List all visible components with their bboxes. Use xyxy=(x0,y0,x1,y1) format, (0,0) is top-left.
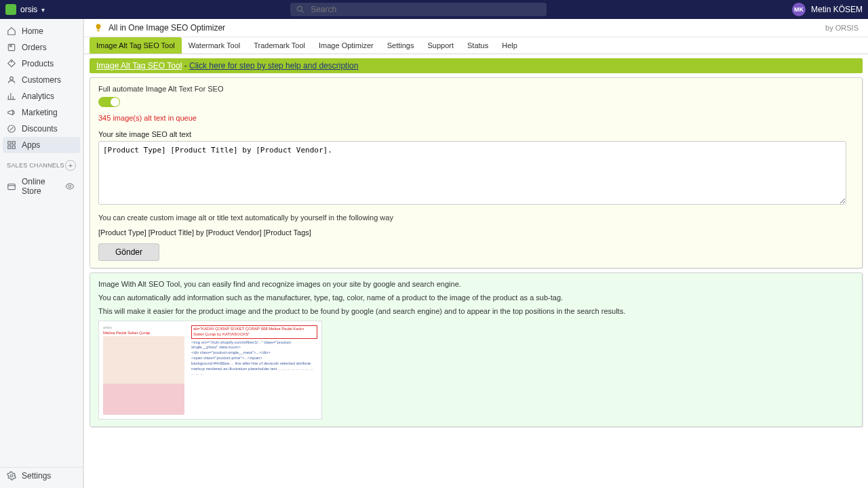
svg-line-1 xyxy=(302,11,304,13)
add-channel-button[interactable]: + xyxy=(65,160,76,171)
discount-icon xyxy=(7,124,16,134)
megaphone-icon xyxy=(7,108,16,117)
sidebar-item-label: Apps xyxy=(22,140,40,150)
sidebar-item-label: Settings xyxy=(22,471,51,481)
queue-status: 345 image(s) alt text in queue xyxy=(98,114,854,122)
global-search[interactable] xyxy=(290,3,547,16)
sidebar-item-products[interactable]: Products xyxy=(0,56,83,72)
store-name: orsis xyxy=(20,5,37,14)
sidebar-item-analytics[interactable]: Analytics xyxy=(0,88,83,104)
shopify-icon xyxy=(5,4,16,15)
search-input[interactable] xyxy=(309,4,541,15)
svg-rect-8 xyxy=(8,146,11,148)
search-icon xyxy=(296,5,305,14)
tab-watermark[interactable]: Watermark Tool xyxy=(182,37,247,54)
tab-help[interactable]: Help xyxy=(495,37,524,54)
tab-alt-tag[interactable]: Image Alt Tag SEO Tool xyxy=(90,37,182,54)
avatar: MK xyxy=(792,3,806,16)
sidebar-item-label: Discounts xyxy=(22,124,58,134)
sidebar-item-label: Products xyxy=(22,59,54,68)
analytics-icon xyxy=(7,92,16,101)
sales-channels-header: SALES CHANNELS + xyxy=(0,153,83,174)
sidebar-item-label: Orders xyxy=(22,43,47,52)
svg-rect-7 xyxy=(12,142,15,144)
home-icon xyxy=(7,26,16,36)
sidebar-item-label: Analytics xyxy=(22,92,54,101)
alt-text-input[interactable] xyxy=(98,141,846,205)
hint-text: You can create custom image alt or title… xyxy=(98,214,854,222)
sidebar-item-customers[interactable]: Customers xyxy=(0,72,83,88)
info-paragraph: Image With Alt SEO Tool, you can easily … xyxy=(98,280,854,288)
tab-trademark[interactable]: Trademark Tool xyxy=(247,37,312,54)
chevron-down-icon: ▾ xyxy=(41,6,45,14)
app-tabs: Image Alt Tag SEO Tool Watermark Tool Tr… xyxy=(84,37,868,54)
sidebar-item-label: Customers xyxy=(22,75,61,85)
svg-point-4 xyxy=(10,77,14,80)
sidebar-item-home[interactable]: Home xyxy=(0,23,83,39)
svg-point-3 xyxy=(11,62,12,62)
alt-text-label: Your site image SEO alt text xyxy=(98,130,854,138)
sidebar-item-label: Online Store xyxy=(22,177,60,196)
sidebar-item-marketing[interactable]: Marketing xyxy=(0,104,83,121)
info-paragraph: You can automatically add information su… xyxy=(98,293,854,302)
eye-icon[interactable] xyxy=(65,182,75,191)
sidebar-item-discounts[interactable]: Discounts xyxy=(0,121,83,137)
banner-title: Image Alt Tag SEO Tool xyxy=(96,61,182,70)
svg-rect-6 xyxy=(8,142,11,144)
sidebar-item-apps[interactable]: Apps xyxy=(3,137,80,153)
orders-icon xyxy=(7,43,16,52)
sidebar-item-settings[interactable]: Settings xyxy=(0,467,83,484)
sidebar-item-orders[interactable]: Orders xyxy=(0,39,83,56)
automate-label: Full automate Image Alt Text For SEO xyxy=(98,85,854,93)
automate-toggle[interactable] xyxy=(98,97,120,107)
page-banner: Image Alt Tag SEO Tool - Click here for … xyxy=(90,58,863,73)
tag-icon xyxy=(7,59,16,68)
sidebar-item-online-store[interactable]: Online Store xyxy=(0,174,83,199)
info-paragraph: This will make it easier for the product… xyxy=(98,307,854,315)
banner-help-link[interactable]: Click here for step by step help and des… xyxy=(189,61,358,70)
tab-settings[interactable]: Settings xyxy=(380,37,421,54)
sidebar-item-label: Marketing xyxy=(22,108,58,117)
user-name: Metin KÖSEM xyxy=(811,5,863,14)
svg-point-11 xyxy=(68,185,71,188)
submit-button[interactable]: Gönder xyxy=(98,243,159,261)
user-menu[interactable]: MK Metin KÖSEM xyxy=(792,3,863,16)
svg-point-0 xyxy=(297,6,302,11)
sidebar-item-label: Home xyxy=(22,26,43,36)
app-vendor: by ORSIS xyxy=(825,24,859,32)
store-icon xyxy=(7,182,16,191)
apps-icon xyxy=(7,140,16,150)
store-switcher[interactable]: orsis ▾ xyxy=(5,4,45,15)
tab-status[interactable]: Status xyxy=(460,37,495,54)
lightbulb-icon xyxy=(94,23,103,33)
tab-support[interactable]: Support xyxy=(420,37,460,54)
svg-rect-9 xyxy=(12,146,15,148)
gear-icon xyxy=(7,471,16,481)
template-text: [Product Type] [Product Title] by [Produ… xyxy=(98,228,854,237)
svg-point-12 xyxy=(10,474,13,477)
example-screenshot: orsis Melisa Pedal Soket Çorap alt="KADI… xyxy=(98,321,322,420)
customers-icon xyxy=(7,75,16,85)
svg-rect-10 xyxy=(8,184,16,190)
app-title: All in One Image SEO Optimizer xyxy=(108,23,225,33)
tab-optimizer[interactable]: Image Optimizer xyxy=(312,37,380,54)
